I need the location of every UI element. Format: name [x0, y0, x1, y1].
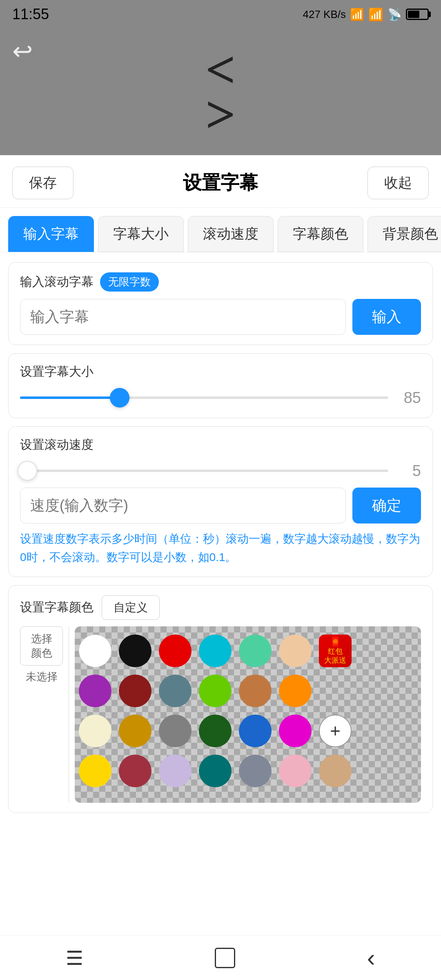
back-nav-icon[interactable]: ‹: [367, 944, 375, 972]
color-grid: 🧧 红包大派送: [75, 626, 421, 803]
color-header: 设置字幕颜色 自定义: [20, 595, 421, 620]
color-gray[interactable]: [159, 715, 192, 747]
add-color-button[interactable]: +: [319, 715, 352, 747]
speed-input[interactable]: [20, 488, 346, 523]
color-section: 设置字幕颜色 自定义 选择颜色 未选择: [8, 585, 433, 813]
color-royal-blue[interactable]: [239, 715, 272, 747]
bottom-sheet: 保存 设置字幕 收起 输入字幕 字幕大小 滚动速度 字幕颜色 背景颜色 输入滚动…: [0, 155, 441, 874]
red-packet-promo[interactable]: 🧧 红包大派送: [319, 635, 352, 667]
size-section: 设置字幕大小 85: [8, 353, 433, 418]
color-dark-red[interactable]: [119, 675, 151, 707]
save-button[interactable]: 保存: [12, 167, 74, 199]
color-row-3: +: [79, 715, 417, 747]
color-green[interactable]: [199, 675, 232, 707]
status-time: 11:55: [12, 6, 49, 23]
color-pink-light[interactable]: [279, 755, 312, 787]
speed-slider-track: [20, 470, 388, 472]
color-magenta[interactable]: [279, 715, 312, 747]
color-mint[interactable]: [239, 635, 272, 667]
color-tan[interactable]: [319, 755, 352, 787]
speed-slider-row: 5: [20, 461, 421, 481]
size-slider-track: [20, 396, 388, 399]
tab-speed[interactable]: 滚动速度: [188, 216, 274, 252]
color-row-2: [79, 675, 417, 707]
color-row-4: [79, 755, 417, 787]
wifi-icon: 📶: [350, 8, 364, 21]
color-dark-green[interactable]: [199, 715, 232, 747]
speed-section: 设置滚动速度 5 确定 设置速度数字表示多少时间（单位：秒）滚动一遍，数字越大滚…: [8, 426, 433, 577]
color-white[interactable]: [79, 635, 111, 667]
size-slider[interactable]: [20, 388, 388, 408]
status-bar: 11:55 427 KB/s 📶 📶 📡: [0, 0, 441, 29]
input-button[interactable]: 输入: [352, 299, 421, 335]
battery-fill: [408, 11, 419, 18]
tab-bg[interactable]: 背景颜色: [368, 216, 441, 252]
tab-size[interactable]: 字幕大小: [98, 216, 184, 252]
color-lavender[interactable]: [159, 755, 192, 787]
red-packet-text: 红包大派送: [324, 647, 346, 665]
input-section: 输入滚动字幕 无限字数 输入: [8, 262, 433, 345]
color-dark-yellow[interactable]: [119, 715, 151, 747]
color-orange[interactable]: [279, 675, 312, 707]
color-teal[interactable]: [159, 675, 192, 707]
battery-icon: [406, 9, 429, 20]
color-yellow[interactable]: [79, 755, 111, 787]
color-row-1: 🧧 红包大派送: [79, 635, 417, 667]
color-dark-teal[interactable]: [199, 755, 232, 787]
speed-slider-thumb[interactable]: [18, 461, 37, 481]
speed-value: 5: [396, 462, 421, 480]
tab-input[interactable]: 输入字幕: [8, 216, 94, 252]
network-speed: 427 KB/s: [303, 8, 346, 21]
size-value: 85: [396, 389, 421, 407]
menu-icon[interactable]: ☰: [66, 947, 83, 969]
size-label: 设置字幕大小: [20, 363, 421, 380]
subtitle-input[interactable]: [20, 299, 346, 335]
color-purple[interactable]: [79, 675, 111, 707]
color-left-panel: 选择颜色 未选择: [20, 626, 69, 803]
status-icons: 427 KB/s 📶 📶 📡: [303, 7, 429, 22]
tab-bar: 输入字幕 字幕大小 滚动速度 字幕颜色 背景颜色: [0, 208, 441, 252]
sheet-title: 设置字幕: [183, 170, 258, 196]
size-slider-row: 85: [20, 388, 421, 408]
color-black[interactable]: [119, 635, 151, 667]
color-wine[interactable]: [119, 755, 151, 787]
speed-slider[interactable]: [20, 461, 388, 481]
color-orange-brown[interactable]: [239, 675, 272, 707]
sync-icon: 📡: [388, 8, 402, 21]
color-section-label: 设置字幕颜色: [20, 599, 94, 616]
color-grid-wrapper: 🧧 红包大派送: [75, 626, 421, 803]
color-cyan[interactable]: [199, 635, 232, 667]
signal-icon: 📶: [368, 7, 383, 22]
custom-button[interactable]: 自定义: [102, 595, 160, 620]
color-cream[interactable]: [79, 715, 111, 747]
speed-input-row: 确定: [20, 488, 421, 523]
choose-color-button[interactable]: 选择颜色: [20, 626, 63, 666]
color-steel[interactable]: [239, 755, 272, 787]
speed-hint: 设置速度数字表示多少时间（单位：秒）滚动一遍，数字越大滚动越慢，数字为0时，不会…: [20, 530, 421, 567]
speed-label: 设置滚动速度: [20, 437, 421, 453]
home-icon[interactable]: [215, 948, 235, 968]
size-slider-thumb[interactable]: [110, 388, 129, 408]
tab-color[interactable]: 字幕颜色: [278, 216, 363, 252]
unlimited-badge: 无限字数: [100, 272, 159, 292]
chevron-display: < >: [205, 47, 236, 137]
back-icon[interactable]: ↩: [12, 37, 33, 65]
size-slider-fill: [20, 396, 120, 399]
collapse-button[interactable]: 收起: [368, 167, 429, 199]
nav-bar: ☰ ‹: [0, 935, 441, 980]
not-selected-label: 未选择: [20, 670, 63, 684]
input-row: 输入: [20, 299, 421, 335]
sheet-header: 保存 设置字幕 收起: [0, 155, 441, 208]
preview-area: ↩ < >: [0, 29, 441, 155]
color-picker-area: 选择颜色 未选择 🧧 红包大: [20, 626, 421, 803]
confirm-button[interactable]: 确定: [352, 488, 421, 523]
input-section-label: 输入滚动字幕 无限字数: [20, 272, 421, 292]
color-red[interactable]: [159, 635, 192, 667]
color-peach[interactable]: [279, 635, 312, 667]
